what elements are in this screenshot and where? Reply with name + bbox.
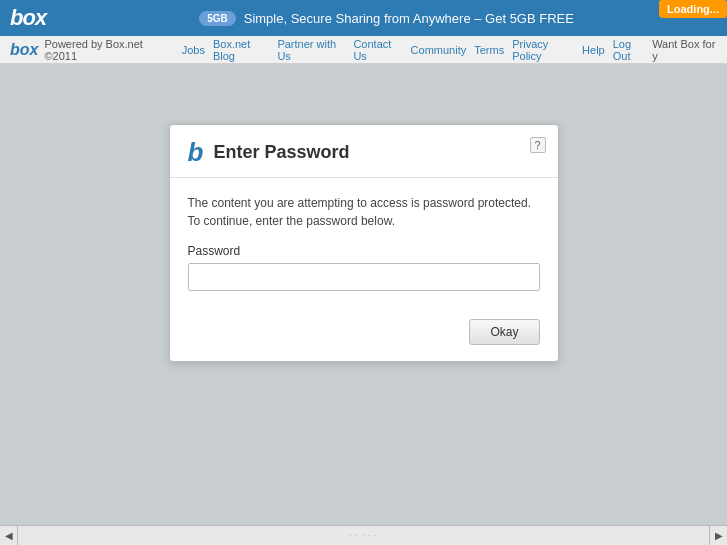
box-logo: box (10, 5, 46, 31)
nav-blog[interactable]: Box.net Blog (213, 38, 269, 62)
nav-terms[interactable]: Terms (474, 44, 504, 56)
dialog-footer: Okay (170, 309, 558, 361)
nav-help[interactable]: Help (582, 44, 605, 56)
nav-jobs[interactable]: Jobs (182, 44, 205, 56)
horizontal-scrollbar: ◀ · · · · · ▶ (0, 525, 727, 545)
nav-logo: box (10, 41, 38, 59)
nav-partner[interactable]: Partner with Us (277, 38, 345, 62)
main-content: b Enter Password ? The content you are a… (0, 64, 727, 525)
header-tagline-area: 5GB Simple, Secure Sharing from Anywhere… (56, 11, 717, 26)
nav-community[interactable]: Community (411, 44, 467, 56)
nav-privacy[interactable]: Privacy Policy (512, 38, 574, 62)
help-icon[interactable]: ? (530, 137, 546, 153)
password-input[interactable] (188, 263, 540, 291)
nav-contact[interactable]: Contact Us (353, 38, 402, 62)
header-bar: box 5GB Simple, Secure Sharing from Anyw… (0, 0, 727, 36)
dialog-description: The content you are attempting to access… (188, 194, 540, 230)
okay-button[interactable]: Okay (469, 319, 539, 345)
password-label: Password (188, 244, 540, 258)
box-b-icon: b (188, 139, 204, 165)
navbar: box Powered by Box.net ©2011 Jobs Box.ne… (0, 36, 727, 64)
scroll-left-arrow[interactable]: ◀ (0, 526, 18, 546)
scroll-track[interactable]: · · · · · (18, 526, 709, 545)
nav-logout[interactable]: Log Out (613, 38, 648, 62)
loading-badge: Loading... (659, 0, 727, 18)
nav-powered-text: Powered by Box.net ©2011 (44, 38, 165, 62)
storage-badge: 5GB (199, 11, 236, 26)
header-tagline: Simple, Secure Sharing from Anywhere – G… (244, 11, 574, 26)
dialog-title: Enter Password (213, 142, 349, 163)
dialog-body: The content you are attempting to access… (170, 178, 558, 309)
scroll-right-arrow-end[interactable]: ▶ (709, 526, 727, 546)
nav-right-text: Want Box for y (652, 38, 717, 62)
dialog-header: b Enter Password ? (170, 125, 558, 178)
enter-password-dialog: b Enter Password ? The content you are a… (169, 124, 559, 362)
scroll-dots: · · · · · (349, 531, 378, 540)
